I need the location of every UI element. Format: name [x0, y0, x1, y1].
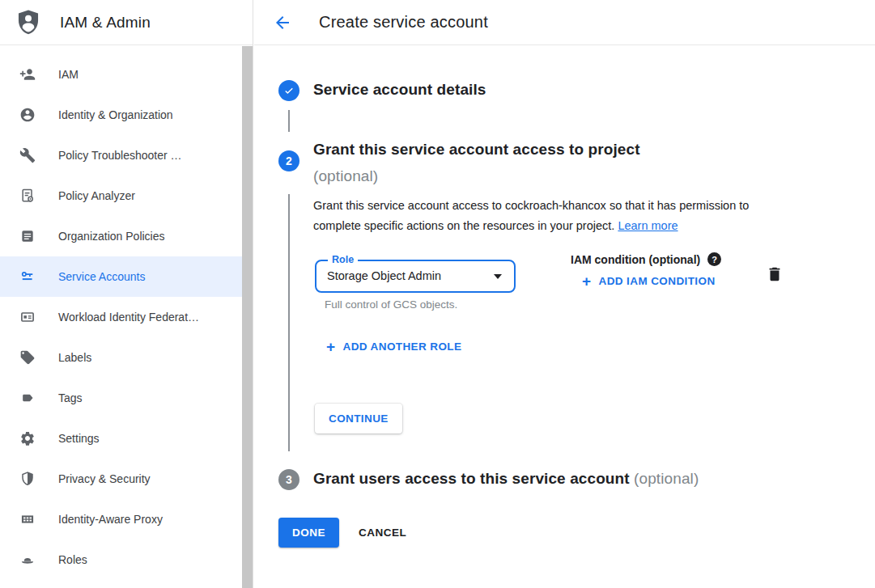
hat-icon	[19, 552, 36, 568]
sidebar-item-labels[interactable]: Labels	[0, 337, 242, 378]
step2-title-text: Grant this service account access to pro…	[313, 136, 815, 163]
step3-title-text: Grant users access to this service accou…	[313, 470, 630, 487]
step2-description: Grant this service account access to coc…	[313, 196, 792, 236]
sidebar-item-label: Policy Troubleshooter …	[58, 149, 182, 162]
sidebar-item-identity-organization[interactable]: Identity & Organization	[0, 95, 242, 135]
step-connector	[288, 194, 290, 451]
arrow-back-icon[interactable]	[273, 13, 292, 32]
step3-number: 3	[286, 473, 292, 486]
sidebar-item-label: Tags	[58, 391, 83, 404]
check-icon	[282, 84, 295, 97]
add-another-role-button[interactable]: + ADD ANOTHER ROLE	[326, 341, 461, 353]
sidebar-item-policy-analyzer[interactable]: Policy Analyzer	[0, 176, 242, 216]
sidebar-item-label: IAM	[58, 68, 79, 81]
sidebar-item-identity-aware-proxy[interactable]: Identity-Aware Proxy	[0, 499, 242, 539]
step1-complete-badge	[278, 80, 299, 101]
id-card-icon	[19, 309, 36, 325]
step1-title: Service account details	[313, 81, 486, 99]
delete-role-button[interactable]	[766, 264, 785, 284]
service-account-key-icon	[19, 269, 36, 285]
shield-half-icon	[19, 471, 36, 487]
add-iam-condition-label: ADD IAM CONDITION	[599, 275, 716, 287]
add-iam-condition-button[interactable]: + ADD IAM CONDITION	[582, 275, 716, 287]
step3-number-badge: 3	[278, 469, 299, 490]
step2-title: Grant this service account access to pro…	[313, 136, 815, 189]
sidebar-item-label: Identity-Aware Proxy	[58, 513, 163, 526]
sidebar-item-label: Roles	[58, 553, 87, 566]
person-add-icon	[19, 66, 36, 82]
iam-admin-shield-icon	[15, 9, 42, 36]
sidebar-item-label: Labels	[58, 351, 91, 364]
sidebar-item-label: Workload Identity Federat…	[58, 311, 199, 324]
iam-condition-row: IAM condition (optional) ?	[571, 252, 721, 266]
label-tag-icon	[19, 349, 36, 366]
sidebar-item-policy-troubleshooter[interactable]: Policy Troubleshooter …	[0, 135, 242, 176]
step2-number-badge: 2	[278, 150, 299, 171]
done-button[interactable]: DONE	[278, 518, 339, 548]
step2-optional-label: (optional)	[313, 163, 815, 189]
sidebar-item-label: Policy Analyzer	[58, 189, 135, 202]
role-field-label: Role	[328, 254, 358, 265]
plus-icon: +	[326, 341, 336, 353]
role-select[interactable]: Role Storage Object Admin	[315, 260, 516, 293]
sidebar-nav: IAM Identity & Organization Policy Troub…	[0, 45, 253, 580]
trash-icon	[766, 265, 784, 283]
step-connector	[288, 110, 290, 132]
sidebar-item-organization-policies[interactable]: Organization Policies	[0, 216, 242, 256]
wrench-icon	[19, 147, 36, 163]
sidebar: IAM & Admin IAM Identity & Organization …	[0, 0, 253, 588]
sidebar-title: IAM & Admin	[60, 14, 151, 32]
chevron-down-icon	[494, 274, 502, 279]
sidebar-item-label: Service Accounts	[58, 270, 145, 283]
main-header: Create service account	[254, 0, 875, 45]
step3-optional-label: (optional)	[634, 470, 699, 487]
add-another-role-label: ADD ANOTHER ROLE	[343, 341, 462, 353]
step2-description-text: Grant this service account access to coc…	[313, 199, 749, 232]
sidebar-item-service-accounts[interactable]: Service Accounts	[0, 256, 242, 297]
sidebar-item-settings[interactable]: Settings	[0, 418, 242, 459]
help-icon[interactable]: ?	[707, 252, 721, 266]
tag-arrow-icon	[19, 390, 36, 406]
iam-condition-label: IAM condition (optional)	[571, 253, 700, 266]
sidebar-item-workload-identity-federation[interactable]: Workload Identity Federat…	[0, 297, 242, 337]
plus-icon: +	[582, 276, 592, 287]
account-circle-icon	[19, 107, 36, 123]
page-title: Create service account	[319, 13, 488, 32]
continue-button[interactable]: CONTINUE	[315, 404, 402, 434]
sidebar-header: IAM & Admin	[0, 0, 253, 45]
cancel-button[interactable]: CANCEL	[359, 518, 406, 548]
gear-icon	[19, 430, 36, 446]
document-lines-icon	[19, 228, 36, 244]
sidebar-item-label: Identity & Organization	[58, 108, 173, 121]
proxy-grid-icon	[19, 511, 36, 527]
sidebar-item-label: Settings	[58, 432, 100, 445]
sidebar-item-privacy-security[interactable]: Privacy & Security	[0, 459, 242, 499]
sidebar-scrollbar[interactable]	[242, 46, 253, 588]
role-selected-value: Storage Object Admin	[316, 261, 514, 291]
step3-title: Grant users access to this service accou…	[313, 470, 699, 488]
sidebar-item-label: Privacy & Security	[58, 472, 151, 485]
role-helper-text: Full control of GCS objects.	[325, 298, 457, 311]
learn-more-link[interactable]: Learn more	[618, 219, 677, 232]
sidebar-item-roles[interactable]: Roles	[0, 539, 242, 580]
sidebar-item-label: Organization Policies	[58, 230, 165, 243]
sidebar-item-tags[interactable]: Tags	[0, 378, 242, 418]
step2-number: 2	[286, 154, 292, 167]
sidebar-item-iam[interactable]: IAM	[0, 54, 242, 95]
document-search-icon	[19, 188, 36, 204]
